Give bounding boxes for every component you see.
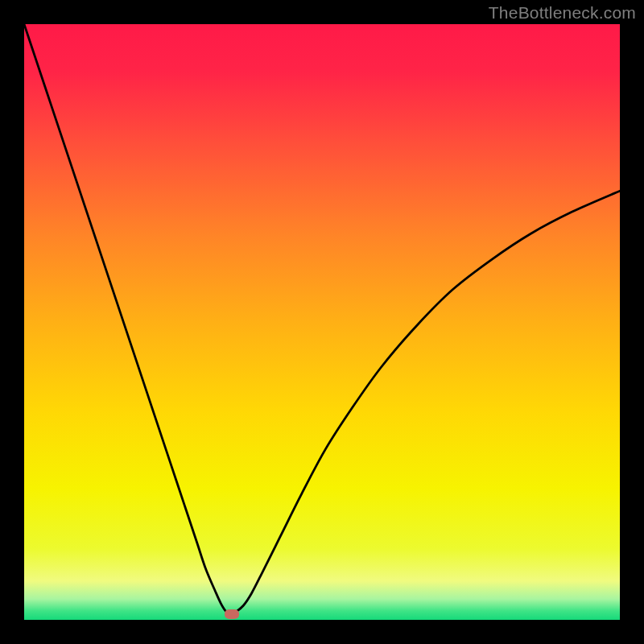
plot-area — [24, 24, 620, 620]
watermark-text: TheBottleneck.com — [489, 3, 636, 23]
minimum-marker — [225, 609, 239, 619]
chart-stage: TheBottleneck.com — [0, 0, 644, 644]
bottleneck-curve — [24, 24, 620, 620]
